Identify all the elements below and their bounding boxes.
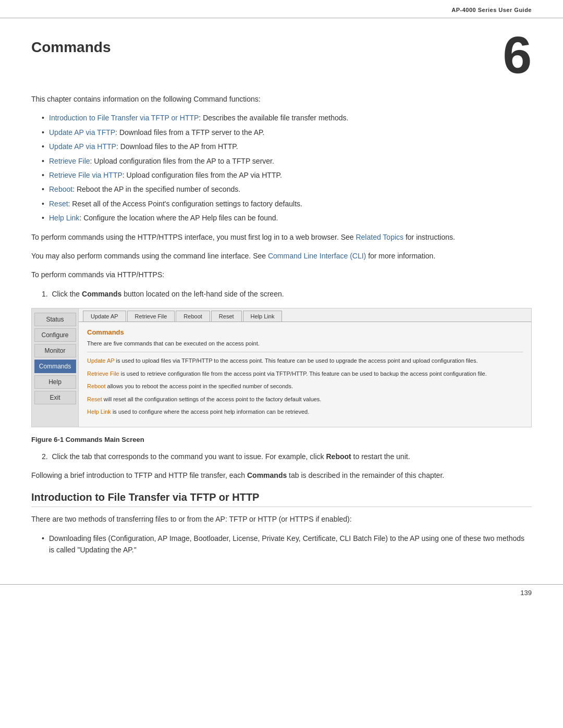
list-item: Update AP via TFTP: Download files from … [42, 127, 532, 138]
chapter-heading: Commands 6 [31, 34, 532, 81]
intro-text: This chapter contains information on the… [31, 95, 261, 103]
sidebar-item-help[interactable]: Help [34, 375, 76, 389]
sidebar-item-status[interactable]: Status [34, 313, 76, 326]
intro-paragraph: This chapter contains information on the… [31, 93, 532, 105]
fig-commands-desc: There are five commands that can be exec… [87, 340, 523, 347]
fig-link-reset[interactable]: Reset [87, 396, 102, 402]
section-bullet-list: Downloading files (Configuration, AP Ima… [42, 533, 532, 556]
fig-divider-1 [87, 352, 523, 352]
bullet-list: Introduction to File Transfer via TFTP o… [42, 112, 532, 224]
tab-update-ap[interactable]: Update AP [83, 311, 126, 322]
list-item: Retrieve File via HTTP: Upload configura… [42, 169, 532, 181]
fig-link-retrieve-file[interactable]: Retrieve File [87, 371, 119, 377]
figure-main-panel: Update AP Retrieve File Reboot Reset Hel… [79, 309, 531, 427]
sidebar-item-exit[interactable]: Exit [34, 391, 76, 404]
fig-link-help-link[interactable]: Help Link [87, 409, 111, 415]
list-item: Reboot: Reboot the AP in the specified n… [42, 183, 532, 195]
fig-para-update-ap: Update AP is used to upload files via TF… [87, 356, 523, 365]
fig-link-reboot[interactable]: Reboot [87, 383, 105, 389]
link-update-http[interactable]: Update AP via HTTP [49, 142, 116, 151]
figure-tabs: Update AP Retrieve File Reboot Reset Hel… [79, 309, 531, 322]
link-update-tftp[interactable]: Update AP via TFTP [49, 128, 115, 137]
figure-container: Status Configure Monitor Commands Help E… [31, 308, 532, 427]
link-retrieve-file[interactable]: Retrieve File [49, 157, 90, 165]
sidebar-item-configure[interactable]: Configure [34, 328, 76, 342]
list-item: Reset: Reset all of the Access Point's c… [42, 198, 532, 209]
list-item: Retrieve File: Upload configuration file… [42, 155, 532, 167]
fig-para-reset: Reset will reset all the configuration s… [87, 395, 523, 404]
page-number: 139 [520, 589, 532, 597]
tab-reset[interactable]: Reset [211, 311, 242, 322]
step-2: 2. Click the tab that corresponds to the… [42, 451, 532, 462]
link-reset[interactable]: Reset [49, 200, 68, 208]
fig-commands-title: Commands [87, 328, 523, 336]
link-reboot[interactable]: Reboot [49, 185, 72, 193]
list-item: Help Link: Configure the location where … [42, 212, 532, 224]
sidebar-item-commands[interactable]: Commands [34, 360, 76, 373]
figure-caption-text: Figure 6-1 Commands Main Screen [31, 436, 144, 443]
section-list-item: Downloading files (Configuration, AP Ima… [42, 533, 532, 556]
link-intro-tftp[interactable]: Introduction to File Transfer via TFTP o… [49, 114, 199, 122]
link-help[interactable]: Help Link [49, 214, 79, 222]
figure-sidebar: Status Configure Monitor Commands Help E… [32, 309, 79, 427]
chapter-number: 6 [503, 29, 532, 81]
section-para-1-text: There are two methods of transferring fi… [31, 515, 352, 523]
sidebar-item-monitor[interactable]: Monitor [34, 344, 76, 357]
figure-caption: Figure 6-1 Commands Main Screen [31, 436, 532, 443]
para-3: To perform commands via HTTP/HTTPS: [31, 269, 532, 280]
page-footer: 139 [0, 584, 563, 601]
section-heading: Introduction to File Transfer via TFTP o… [31, 491, 532, 507]
section-para-1: There are two methods of transferring fi… [31, 513, 532, 525]
link-retrieve-http[interactable]: Retrieve File via HTTP [49, 171, 123, 179]
para-3-text: To perform commands via HTTP/HTTPS: [31, 270, 164, 279]
cli-link[interactable]: Command Line Interface (CLI) [268, 252, 366, 260]
main-content: Commands 6 This chapter contains informa… [0, 18, 563, 584]
figure-content: Commands There are five commands that ca… [79, 322, 531, 427]
page-header: AP-4000 Series User Guide [0, 0, 563, 18]
step-1: 1. Click the Commands button located on … [42, 288, 532, 300]
list-item: Update AP via HTTP: Download files to th… [42, 141, 532, 152]
tab-retrieve-file[interactable]: Retrieve File [127, 311, 175, 322]
para-following: Following a brief introduction to TFTP a… [31, 470, 532, 481]
para-1: To perform commands using the HTTP/HTTPS… [31, 231, 532, 243]
tab-reboot[interactable]: Reboot [176, 311, 210, 322]
fig-link-update-ap[interactable]: Update AP [87, 357, 114, 364]
related-topics-link[interactable]: Related Topics [356, 233, 403, 241]
chapter-title: Commands [31, 34, 111, 56]
list-item: Introduction to File Transfer via TFTP o… [42, 112, 532, 124]
fig-para-help-link: Help Link is used to configure where the… [87, 408, 523, 416]
tab-help-link[interactable]: Help Link [243, 311, 283, 322]
fig-para-reboot: Reboot allows you to reboot the access p… [87, 382, 523, 391]
para-2: You may also perform commands using the … [31, 250, 532, 262]
section-heading-text: Introduction to File Transfer via TFTP o… [31, 491, 259, 503]
fig-para-retrieve-file: Retrieve File is used to retrieve config… [87, 369, 523, 378]
header-title: AP-4000 Series User Guide [451, 7, 532, 13]
